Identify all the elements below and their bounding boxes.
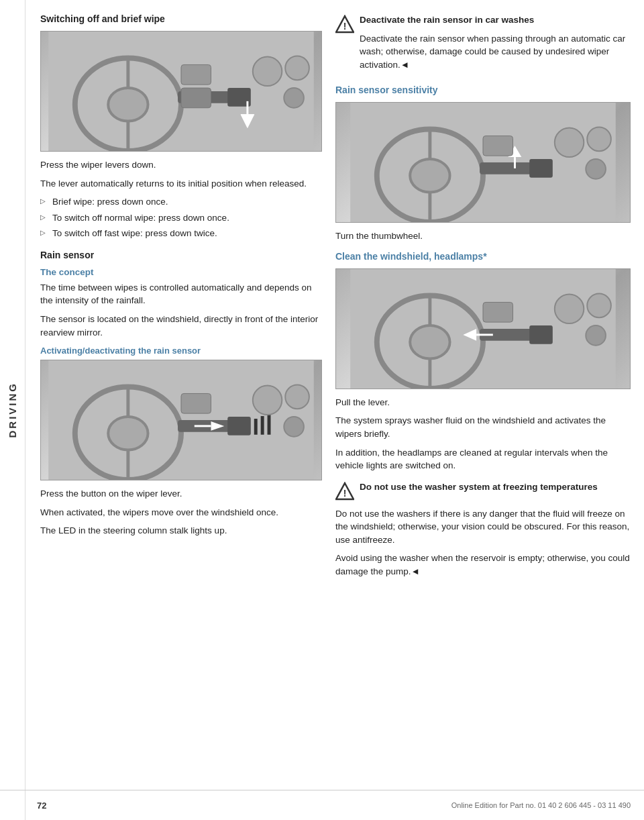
bullet-item: To switch off normal wipe: press down on… bbox=[40, 211, 322, 225]
svg-rect-8 bbox=[181, 88, 211, 108]
svg-point-12 bbox=[285, 56, 309, 81]
warning-1-content: Deactivate the rain sensor in car washes… bbox=[360, 13, 631, 76]
concept-para1: The time between wipes is controlled aut… bbox=[40, 281, 322, 307]
activate-para2: When activated, the wipers move over the… bbox=[40, 506, 322, 519]
rain-sensor-activate-image bbox=[40, 360, 322, 480]
svg-text:!: ! bbox=[343, 488, 347, 499]
pull-lever-para2: The system sprays washer fluid on the wi… bbox=[335, 414, 631, 440]
svg-rect-38 bbox=[529, 159, 553, 178]
section1-para1: Press the wiper levers down. bbox=[40, 158, 322, 172]
bullet-item: Brief wipe: press down once. bbox=[40, 195, 322, 209]
svg-rect-24 bbox=[261, 416, 264, 435]
warning-triangle-icon-2: ! bbox=[335, 482, 354, 501]
svg-point-27 bbox=[253, 386, 282, 415]
section1-bullets: Brief wipe: press down once. To switch o… bbox=[40, 195, 322, 240]
bullet-item: To switch off fast wipe: press down twic… bbox=[40, 227, 322, 240]
warning-1-text: Deactivate the rain sensor when passing … bbox=[360, 32, 631, 72]
right-column: ! Deactivate the rain sensor in car wash… bbox=[335, 13, 631, 583]
warning-triangle-icon-1: ! bbox=[335, 15, 354, 34]
svg-rect-20 bbox=[227, 417, 251, 435]
activate-heading: Activating/deactivating the rain sensor bbox=[40, 346, 322, 356]
warning-2-bold: Do not use the washer system at freezing… bbox=[360, 482, 598, 492]
warning-box-1: ! Deactivate the rain sensor in car wash… bbox=[335, 13, 631, 76]
warning-2-text: Do not use the washers if there is any d… bbox=[335, 507, 631, 547]
svg-point-43 bbox=[587, 127, 611, 152]
svg-point-28 bbox=[285, 385, 309, 409]
svg-point-11 bbox=[253, 57, 282, 87]
concept-para2: The sensor is located on the windshield,… bbox=[40, 313, 322, 339]
svg-point-42 bbox=[555, 128, 584, 158]
svg-rect-54 bbox=[483, 302, 513, 322]
page-number: 72 bbox=[37, 801, 46, 811]
section1-para2: The lever automatically returns to its i… bbox=[40, 177, 322, 191]
svg-point-34 bbox=[410, 159, 449, 192]
svg-point-44 bbox=[586, 159, 606, 179]
footer-text: Online Edition for Part no. 01 40 2 606 … bbox=[451, 801, 631, 809]
page-content: Switching off and brief wipe bbox=[34, 0, 644, 623]
svg-rect-26 bbox=[181, 394, 211, 414]
warning-1-bold: Deactivate the rain sensor in car washes bbox=[360, 15, 534, 25]
thumbwheel-para: Turn the thumbwheel. bbox=[335, 229, 631, 243]
thumbwheel-image bbox=[335, 102, 631, 223]
svg-point-29 bbox=[284, 417, 304, 437]
warning-2-content: Do not use the washer system at freezing… bbox=[360, 480, 598, 499]
section1-heading: Switching off and brief wipe bbox=[40, 13, 322, 24]
pull-lever-image bbox=[335, 268, 631, 389]
svg-point-16 bbox=[108, 417, 148, 450]
svg-rect-51 bbox=[529, 325, 553, 344]
rain-sensor-heading: Rain sensor bbox=[40, 250, 322, 260]
rain-sensor-section: Rain sensor The concept The time between… bbox=[40, 250, 322, 537]
svg-rect-37 bbox=[480, 162, 533, 174]
svg-point-47 bbox=[410, 325, 449, 358]
page-footer: 72 Online Edition for Part no. 01 40 2 6… bbox=[0, 790, 644, 820]
concept-heading: The concept bbox=[40, 267, 322, 277]
svg-rect-25 bbox=[268, 413, 271, 435]
left-column: Switching off and brief wipe bbox=[40, 13, 322, 583]
driving-tab: Driving bbox=[0, 0, 25, 820]
warning-2-text2: Avoid using the washer when the reservoi… bbox=[335, 552, 631, 578]
svg-point-13 bbox=[284, 88, 304, 108]
svg-point-56 bbox=[587, 293, 611, 317]
svg-rect-41 bbox=[483, 136, 513, 156]
warning-box-2: ! Do not use the washer system at freezi… bbox=[335, 480, 631, 501]
pull-lever-para1: Pull the lever. bbox=[335, 396, 631, 409]
activate-para1: Press the button on the wiper lever. bbox=[40, 487, 322, 501]
svg-text:!: ! bbox=[343, 21, 347, 32]
wiper-lever-image bbox=[40, 31, 322, 152]
svg-point-57 bbox=[586, 325, 606, 346]
svg-rect-7 bbox=[181, 64, 211, 85]
rain-sensitivity-section: Rain sensor sensitivity bbox=[335, 85, 631, 243]
pull-lever-para3: In addition, the headlamps are cleaned a… bbox=[335, 446, 631, 472]
driving-tab-label: Driving bbox=[7, 382, 18, 438]
svg-point-2 bbox=[108, 88, 148, 121]
activate-para3: The LED in the steering column stalk lig… bbox=[40, 524, 322, 537]
clean-windshield-heading: Clean the windshield, headlamps* bbox=[335, 251, 631, 262]
svg-rect-23 bbox=[254, 419, 258, 435]
clean-windshield-section: Clean the windshield, headlamps* bbox=[335, 251, 631, 472]
svg-point-55 bbox=[555, 294, 584, 323]
rain-sensitivity-heading: Rain sensor sensitivity bbox=[335, 85, 631, 95]
